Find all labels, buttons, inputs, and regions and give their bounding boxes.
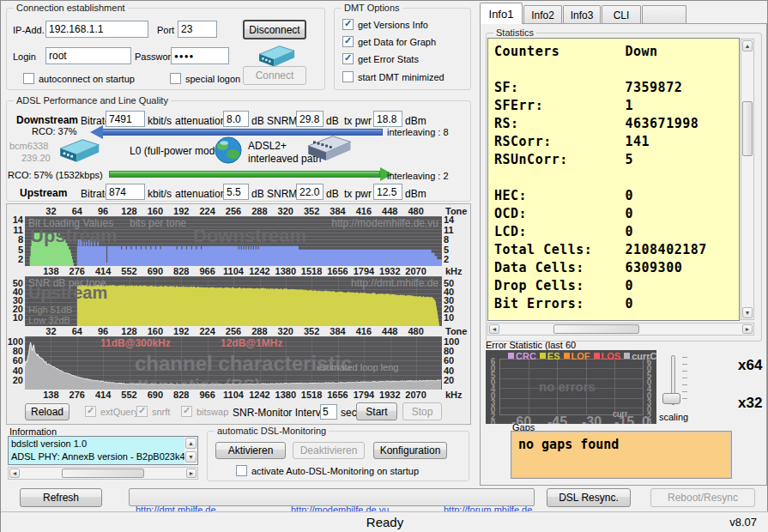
scrollbar-thumb[interactable]: [742, 101, 753, 156]
axis-tick: 60: [488, 357, 498, 371]
scroll-right-icon[interactable]: ►: [742, 324, 753, 334]
group-title: automatic DSL-Monitoring: [215, 426, 329, 436]
axis-tick: 288: [245, 326, 273, 336]
tab-blank[interactable]: [642, 5, 686, 24]
scroll-down-icon[interactable]: ▼: [185, 451, 197, 462]
scroll-left-icon[interactable]: ◄: [9, 469, 20, 478]
group-title: Connection establishment: [14, 3, 128, 13]
downstream-watermark: Downstream: [193, 225, 306, 247]
scrollbar-thumb[interactable]: [553, 324, 639, 334]
axis-tick: 60: [7, 355, 23, 366]
refresh-button[interactable]: Refresh: [20, 488, 102, 507]
konfiguration-button[interactable]: Konfiguration: [373, 442, 447, 459]
gaps-box[interactable]: no gaps found: [511, 431, 732, 479]
scroll-up-icon[interactable]: ▲: [742, 40, 753, 51]
special-logon-checkbox[interactable]: special logon: [170, 73, 240, 84]
ip-input[interactable]: [45, 21, 148, 38]
snr-interval-input[interactable]: [320, 404, 337, 420]
axis-tick: 40: [7, 366, 23, 376]
get-error-checkbox[interactable]: get Error Stats: [342, 53, 419, 64]
axis-tick: 1932: [376, 390, 403, 400]
statistics-text[interactable]: Counters Down SF: 7359872 SFErr: 1 RS: 4…: [487, 38, 740, 321]
reboot-resync-button[interactable]: Reboot/Resync: [650, 488, 755, 507]
us-atten-input[interactable]: [223, 184, 249, 200]
aktivieren-button[interactable]: Aktivieren: [215, 442, 286, 459]
dsl-resync-button[interactable]: DSL Resync.: [547, 488, 631, 507]
axis-tick: 224: [194, 326, 221, 336]
axis-tick: 11: [7, 225, 23, 235]
us-txpwr-input[interactable]: [373, 184, 402, 200]
scroll-left-icon[interactable]: ◄: [489, 324, 499, 334]
info-vscrollbar[interactable]: ▲ ▼: [184, 437, 197, 464]
bitswap-checkbox[interactable]: bitswap: [181, 406, 228, 417]
deaktivieren-button[interactable]: Deaktivieren: [293, 442, 365, 459]
axis-tick: 2070: [402, 390, 430, 400]
dbm-unit: dBm: [405, 188, 426, 200]
axis-tick: 100: [444, 336, 468, 347]
channel-annotation-1mhz: 12dB@1MHz: [221, 337, 282, 349]
axis-tick: 96: [89, 206, 117, 216]
axis-tick: 192: [167, 206, 195, 216]
us-snrm-input[interactable]: [296, 184, 324, 200]
get-versions-checkbox[interactable]: get Versions Info: [342, 19, 428, 30]
scaling-slider-thumb[interactable]: [662, 393, 680, 404]
tab-info1[interactable]: Info1: [480, 3, 523, 24]
attenuation-watermark: attenuation (RS): [128, 376, 260, 390]
auto-monitoring-checkbox[interactable]: activate Auto-DSL-Monitoring on startup: [236, 465, 419, 476]
scrollbar-thumb[interactable]: [62, 469, 144, 478]
stats-vscrollbar[interactable]: ▲ ▼: [741, 39, 754, 320]
axis-tick: 276: [63, 390, 91, 400]
scroll-right-icon[interactable]: ►: [186, 469, 197, 478]
axis-tick: 50: [488, 371, 498, 384]
stop-button[interactable]: Stop: [402, 402, 442, 420]
slider-tick: [682, 357, 687, 358]
get-data-checkbox[interactable]: get Data for Graph: [342, 36, 436, 47]
interleaving-up: interleaving : 2: [387, 171, 449, 181]
gaps-text: no gaps found: [518, 437, 619, 452]
axis-tick: 20: [7, 375, 23, 385]
disconnect-button[interactable]: Disconnect: [243, 20, 306, 39]
reload-button[interactable]: Reload: [25, 403, 70, 420]
axis-tick: 32: [37, 206, 64, 216]
stats-hscrollbar[interactable]: ◄ ►: [487, 323, 754, 336]
slider-tick: [682, 384, 687, 385]
status-text: Ready: [1, 515, 768, 529]
snr-high-label: High 51dB: [28, 305, 72, 315]
password-input[interactable]: [171, 47, 229, 64]
start-minimized-checkbox[interactable]: start DMT minimized: [342, 71, 444, 82]
rco-upstream: RCO: 57% (1532kbps): [8, 170, 103, 180]
connect-button[interactable]: Connect: [243, 66, 306, 85]
extquery-checkbox[interactable]: extQuery: [85, 406, 139, 417]
scroll-down-icon[interactable]: ▼: [742, 307, 753, 318]
port-input[interactable]: [178, 21, 217, 38]
autoconnect-checkbox[interactable]: autoconnect on startup: [23, 73, 135, 84]
tab-info3[interactable]: Info3: [563, 5, 601, 24]
axis-tick: 2: [7, 254, 23, 264]
right-panel: Info1 Info2 Info3 CLI Statistics Counter…: [478, 1, 768, 487]
tab-info2[interactable]: Info2: [523, 5, 562, 24]
globe-icon: [214, 136, 243, 165]
login-input[interactable]: [45, 47, 131, 64]
chip-version: 239.20: [21, 153, 51, 163]
snr-low-label: Low 32dB: [28, 315, 70, 325]
axis-tick: 414: [89, 390, 117, 400]
axis-tick: 416: [350, 206, 378, 216]
db-unit: dB: [251, 188, 264, 200]
scale-x32-label: x32: [738, 395, 762, 412]
slider-ticks: [682, 357, 689, 400]
slider-tick: [682, 391, 687, 392]
interval-unit-label: sec: [341, 407, 357, 419]
axis-tick: 138: [37, 390, 64, 400]
tab-cli[interactable]: CLI: [602, 5, 641, 24]
start-button[interactable]: Start: [356, 402, 397, 420]
axis-tick: 320: [272, 326, 299, 336]
snrft-checkbox[interactable]: snrft: [136, 406, 170, 417]
checkbox-box: [23, 73, 34, 84]
scroll-up-icon[interactable]: ▲: [185, 438, 197, 449]
info-hscrollbar[interactable]: ◄ ►: [8, 467, 198, 480]
us-bitrate-input[interactable]: [106, 184, 145, 200]
information-list[interactable]: bdslctl version 1.0 ADSL PHY: AnnexB ver…: [8, 436, 198, 465]
axis-tick: 276: [63, 266, 91, 276]
axis-tick: 1794: [350, 266, 378, 276]
axis-tick: 128: [116, 206, 143, 216]
